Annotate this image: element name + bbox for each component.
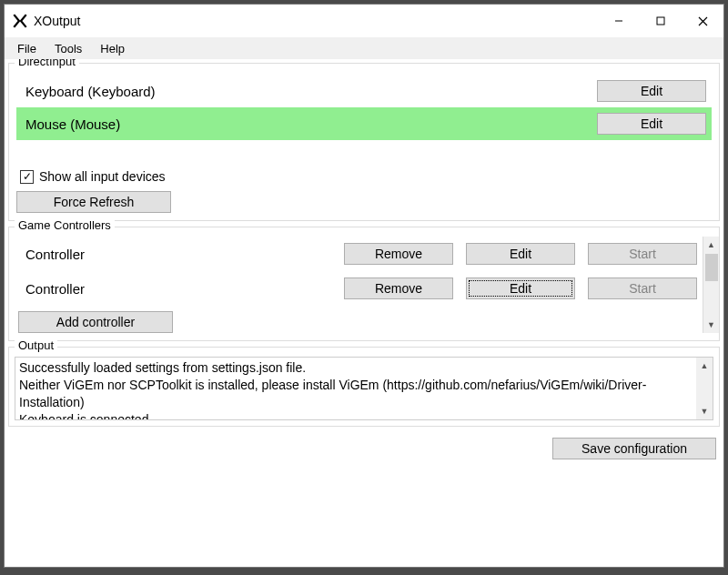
output-textbox[interactable]: Successfully loaded settings from settin… (15, 357, 713, 420)
scroll-thumb[interactable] (705, 254, 718, 281)
title-bar: XOutput (5, 5, 723, 37)
footer: Save configuration (8, 432, 720, 463)
add-controller-button[interactable]: Add controller (18, 311, 173, 333)
device-row-mouse[interactable]: Mouse (Mouse) Edit (16, 107, 712, 140)
window-title: XOutput (34, 14, 80, 28)
start-button[interactable]: Start (588, 243, 697, 265)
scroll-up-icon[interactable]: ▲ (696, 358, 713, 374)
scroll-up-icon[interactable]: ▲ (703, 237, 719, 253)
show-all-row: ✓ Show all input devices (16, 164, 712, 191)
maximize-button[interactable] (640, 7, 682, 35)
menu-bar: File Tools Help (5, 37, 723, 59)
edit-button[interactable]: Edit (466, 277, 575, 299)
remove-button[interactable]: Remove (344, 243, 453, 265)
force-refresh-button[interactable]: Force Refresh (16, 191, 171, 213)
show-all-checkbox[interactable]: ✓ (20, 170, 34, 184)
close-button[interactable] (682, 7, 723, 35)
svg-rect-1 (657, 17, 664, 25)
output-text: Successfully loaded settings from settin… (15, 358, 696, 419)
gamecontrollers-label: Game Controllers (15, 218, 115, 232)
controller-label: Controller (22, 247, 331, 262)
output-label: Output (15, 338, 57, 352)
show-all-label: Show all input devices (39, 169, 166, 184)
edit-button[interactable]: Edit (597, 80, 706, 102)
device-row-keyboard[interactable]: Keyboard (Keyboard) Edit (16, 75, 712, 107)
controller-label: Controller (22, 281, 331, 297)
minimize-button[interactable] (598, 7, 640, 35)
scroll-down-icon[interactable]: ▼ (703, 317, 719, 333)
remove-button[interactable]: Remove (344, 277, 453, 299)
client-area: DirectInput Keyboard (Keyboard) Edit Mou… (5, 59, 723, 567)
scroll-down-icon[interactable]: ▼ (696, 403, 713, 419)
app-window: XOutput File Tools Help DirectInput Keyb… (4, 4, 724, 568)
app-icon (12, 13, 28, 29)
output-group: Output Successfully loaded settings from… (8, 347, 720, 427)
menu-file[interactable]: File (8, 40, 46, 57)
directinput-label: DirectInput (15, 59, 79, 68)
start-button[interactable]: Start (588, 277, 697, 299)
device-label: Mouse (Mouse) (22, 116, 597, 132)
edit-button[interactable]: Edit (466, 243, 575, 265)
controller-row: Controller Remove Edit Start (16, 271, 703, 306)
save-configuration-button[interactable]: Save configuration (552, 438, 716, 459)
menu-tools[interactable]: Tools (46, 40, 91, 57)
controller-row: Controller Remove Edit Start (16, 237, 703, 271)
directinput-group: DirectInput Keyboard (Keyboard) Edit Mou… (8, 63, 720, 221)
gamecontrollers-group: Game Controllers Controller Remove Edit … (8, 227, 720, 341)
device-label: Keyboard (Keyboard) (22, 84, 597, 99)
controllers-scrollbar[interactable]: ▲ ▼ (703, 237, 719, 333)
menu-help[interactable]: Help (91, 40, 134, 57)
output-scrollbar[interactable]: ▲ ▼ (696, 358, 713, 419)
edit-button[interactable]: Edit (597, 113, 706, 135)
